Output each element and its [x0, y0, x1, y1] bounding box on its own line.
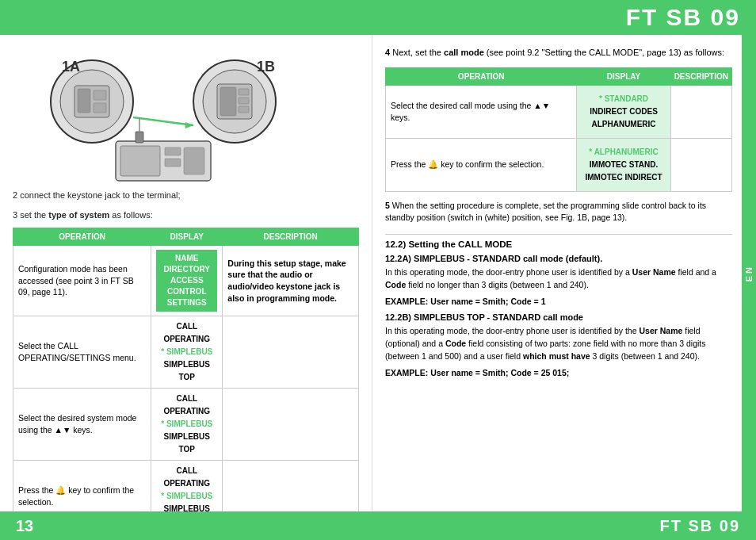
display-cell: * ALPHANUMERIC IMMOTEC STAND. IMMOTEC IN…	[577, 138, 670, 191]
step4-intro: 4 Next, set the call mode (see point 9.2…	[385, 46, 732, 59]
section-12-2b-example: EXAMPLE: User name = Smith; Code = 25 01…	[385, 367, 732, 380]
desc-cell: During this setup stage, make sure that …	[223, 246, 359, 316]
svg-rect-9	[220, 87, 236, 116]
footer-title: FT SB 09	[659, 517, 740, 535]
footer-page-number: 13	[16, 517, 33, 535]
right-table-header-display: DISPLAY	[577, 67, 670, 85]
svg-rect-16	[120, 146, 160, 176]
section-12-2a-heading: 12.2A) SIMPLEBUS - STANDARD call mode (d…	[385, 254, 732, 263]
left-table-header-operation: OPERATION	[13, 228, 151, 246]
main-content: 1A 1B	[0, 35, 756, 511]
svg-rect-10	[239, 89, 249, 95]
display-cell: CALL OPERATING * SIMPLEBUS SIMPLEBUS TOP	[151, 389, 223, 461]
section-12-2a-body: In this operating mode, the door-entry p…	[385, 266, 732, 292]
display-cell: * STANDARD INDIRECT CODES ALPHANUMERIC	[577, 85, 670, 138]
op-cell: Configuration mode has been accessed (se…	[13, 246, 151, 316]
table-row: Configuration mode has been accessed (se…	[13, 246, 359, 316]
desc-cell	[670, 138, 731, 191]
desc-cell	[223, 316, 359, 389]
right-table-header-description: DESCRIPTION	[670, 67, 731, 85]
step5-text: 5 When the setting procedure is complete…	[385, 200, 732, 225]
right-panel: 4 Next, set the call mode (see point 9.2…	[372, 35, 756, 511]
op-cell: Press the 🔔 key to confirm the selection…	[386, 138, 577, 191]
op-cell: Select the desired system mode using the…	[13, 389, 151, 461]
svg-rect-19	[184, 147, 204, 174]
header: FT SB 09	[0, 0, 756, 35]
svg-rect-3	[78, 89, 90, 113]
right-table: OPERATION DISPLAY DESCRIPTION Select the…	[385, 67, 732, 192]
display-cell: NAME DIRECTORYACCESS CONTROLSETTINGS	[151, 246, 223, 316]
op-cell: Select the desired call mode using the ▲…	[386, 85, 577, 138]
op-cell: Select the CALL OPERATING/SETTINGS menu.	[13, 316, 151, 389]
svg-rect-12	[239, 106, 249, 113]
svg-rect-11	[239, 98, 249, 104]
en-sidebar: EN	[742, 35, 756, 511]
device-svg: 1A 1B	[13, 46, 314, 189]
step2-text: 2 connect the keystone jack to the termi…	[13, 189, 359, 202]
step3-text: 3 set the type of system as follows:	[13, 209, 359, 222]
svg-rect-20	[136, 132, 143, 143]
section-12-2a-example: EXAMPLE: User name = Smith; Code = 1	[385, 296, 732, 308]
footer: 13 FT SB 09	[0, 511, 756, 540]
left-table-header-description: DESCRIPTION	[223, 228, 359, 246]
table-row: Press the 🔔 key to confirm the selection…	[386, 138, 732, 191]
svg-rect-4	[94, 90, 106, 100]
svg-rect-18	[165, 159, 181, 167]
left-table: OPERATION DISPLAY DESCRIPTION Configurat…	[13, 228, 359, 533]
svg-marker-14	[185, 122, 193, 128]
device-illustration: 1A 1B	[13, 46, 314, 189]
header-title: FT SB 09	[626, 4, 740, 31]
label-1b: 1B	[257, 59, 275, 75]
label-1a: 1A	[62, 59, 80, 75]
svg-rect-5	[94, 103, 106, 113]
desc-cell	[670, 85, 731, 138]
left-table-header-display: DISPLAY	[151, 228, 223, 246]
section-12-2b-body: In this operating mode, the door-entry p…	[385, 325, 732, 362]
lang-label: EN	[744, 265, 754, 281]
table-row: Select the desired system mode using the…	[13, 389, 359, 461]
left-panel: 1A 1B	[0, 35, 372, 511]
section-12-2-heading: 12.2) Setting the CALL MODE	[385, 234, 732, 249]
svg-rect-17	[165, 147, 181, 155]
svg-line-13	[133, 117, 193, 125]
display-cell: CALL OPERATING * SIMPLEBUS SIMPLEBUS TOP	[151, 316, 223, 389]
right-table-header-operation: OPERATION	[386, 67, 577, 85]
table-row: Select the desired call mode using the ▲…	[386, 85, 732, 138]
display-green: NAME DIRECTORYACCESS CONTROLSETTINGS	[156, 250, 217, 312]
desc-cell	[223, 389, 359, 461]
section-12-2b-heading: 12.2B) SIMPLEBUS TOP - STANDARD call mod…	[385, 312, 732, 322]
table-row: Select the CALL OPERATING/SETTINGS menu.…	[13, 316, 359, 389]
